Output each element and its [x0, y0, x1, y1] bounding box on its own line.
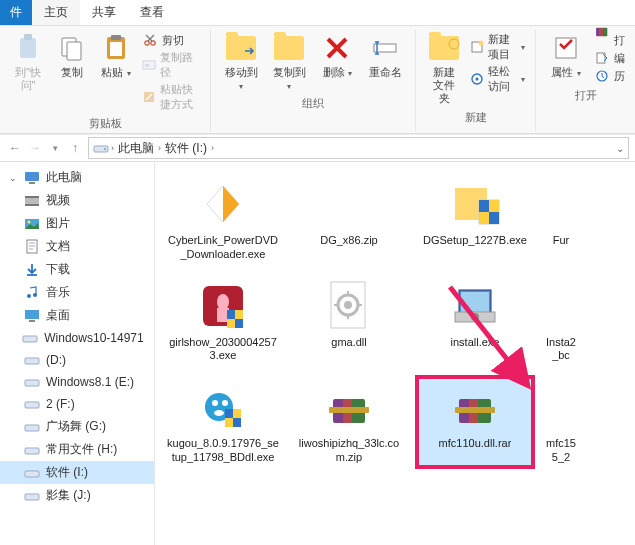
copy-path-button[interactable]: w 复制路径 — [142, 50, 200, 80]
file-name: gma.dll — [331, 336, 366, 350]
file-item[interactable]: Fur — [541, 172, 581, 266]
cut-icon — [551, 379, 571, 435]
file-item[interactable]: CyberLink_PowerDVD_Downloader.exe — [163, 172, 283, 266]
new-item-button[interactable]: 新建项目 ▾ — [470, 32, 525, 62]
recent-locations-button[interactable]: ▾ — [46, 139, 64, 157]
move-to-button[interactable]: 移动到 ▾ — [217, 30, 265, 94]
file-name: Fur — [553, 234, 570, 248]
file-item[interactable]: gma.dll — [289, 274, 409, 368]
svg-point-31 — [27, 294, 31, 298]
pc-icon — [24, 170, 40, 186]
svg-point-17 — [476, 78, 479, 81]
svg-point-29 — [28, 220, 31, 223]
file-item[interactable]: DG_x86.zip — [289, 172, 409, 266]
svg-rect-33 — [25, 310, 39, 319]
file-name: kugou_8.0.9.17976_setup_11798_BDdl.exe — [167, 437, 279, 465]
history-button[interactable]: 历 — [594, 68, 625, 84]
new-folder-button[interactable]: 新建 文件夹 — [422, 30, 466, 108]
nav-g[interactable]: 广场舞 (G:) — [0, 415, 154, 438]
svg-point-61 — [214, 410, 224, 416]
properties-button[interactable]: 属性 ▾ — [542, 30, 590, 81]
paste-icon — [100, 32, 132, 64]
pin-button[interactable]: 到"快问" — [6, 30, 50, 94]
breadcrumb[interactable]: › 此电脑 › 软件 (I:) › ⌄ — [88, 137, 629, 159]
nav-this-pc[interactable]: ⌄此电脑 — [0, 166, 154, 189]
tab-view[interactable]: 查看 — [128, 0, 176, 25]
svg-point-59 — [212, 400, 218, 406]
file-item[interactable]: kugou_8.0.9.17976_setup_11798_BDdl.exe — [163, 375, 283, 469]
svg-text:w: w — [144, 62, 150, 68]
drive-icon — [24, 374, 40, 390]
nav-h[interactable]: 常用文件 (H:) — [0, 438, 154, 461]
file-item[interactable]: mfc155_2 — [541, 375, 581, 469]
drive-icon — [24, 419, 40, 435]
drive-icon — [22, 330, 38, 346]
nav-j[interactable]: 影集 (J:) — [0, 484, 154, 507]
svg-rect-27 — [25, 204, 39, 206]
cut-icon — [551, 278, 571, 334]
svg-rect-42 — [25, 494, 39, 500]
paste-shortcut-button[interactable]: 粘贴快捷方式 — [142, 82, 200, 112]
nav-documents[interactable]: 文档 — [0, 235, 154, 258]
nav-desktop[interactable]: 桌面 — [0, 304, 154, 327]
paste-button[interactable]: 粘贴 ▾ — [94, 30, 138, 81]
dll-icon — [317, 278, 381, 334]
file-item[interactable]: mfc110u.dll.rar — [415, 375, 535, 469]
svg-rect-0 — [20, 38, 36, 58]
file-name: mfc110u.dll.rar — [439, 437, 512, 451]
svg-rect-34 — [29, 320, 35, 322]
svg-rect-39 — [25, 425, 39, 431]
nav-videos[interactable]: 视频 — [0, 189, 154, 212]
svg-point-8 — [151, 41, 155, 45]
nav-music[interactable]: 音乐 — [0, 281, 154, 304]
nav-f[interactable]: 2 (F:) — [0, 393, 154, 415]
file-item[interactable]: DGSetup_1227B.exe — [415, 172, 535, 266]
videos-icon — [24, 193, 40, 209]
svg-point-45 — [217, 294, 229, 310]
open-button[interactable]: 打 — [594, 32, 625, 48]
desktop-icon — [24, 308, 40, 324]
svg-point-57 — [471, 313, 479, 321]
svg-rect-40 — [25, 448, 39, 454]
back-button[interactable]: ← — [6, 139, 24, 157]
nav-win81[interactable]: Windows8.1 (E:) — [0, 371, 154, 393]
file-list: CyberLink_PowerDVD_Downloader.exeDG_x86.… — [155, 162, 635, 545]
copy-to-icon — [273, 32, 305, 64]
file-item[interactable]: liwoshipizhq_33lc.com.zip — [289, 375, 409, 469]
new-item-icon — [470, 39, 484, 55]
cut-button[interactable]: 剪切 — [142, 32, 200, 48]
file-name: girlshow_20300042573.exe — [167, 336, 279, 364]
delete-button[interactable]: 删除 ▾ — [313, 30, 361, 81]
nav-i[interactable]: 软件 (I:) — [0, 461, 154, 484]
svg-rect-36 — [25, 358, 39, 364]
nav-downloads[interactable]: 下载 — [0, 258, 154, 281]
copy-to-button[interactable]: 复制到 ▾ — [265, 30, 313, 94]
rar-icon — [443, 379, 507, 435]
file-item[interactable]: install.exe — [415, 274, 535, 368]
downloads-icon — [24, 262, 40, 278]
svg-rect-35 — [23, 336, 37, 342]
breadcrumb-dropdown[interactable]: ⌄ — [616, 143, 624, 154]
tab-home[interactable]: 主页 — [32, 0, 80, 25]
svg-point-49 — [344, 301, 352, 309]
nav-pictures[interactable]: 图片 — [0, 212, 154, 235]
svg-rect-1 — [24, 34, 32, 40]
forward-button[interactable]: → — [26, 139, 44, 157]
new-folder-icon — [428, 32, 460, 64]
rename-button[interactable]: 重命名 — [361, 30, 409, 81]
file-item[interactable]: girlshow_20300042573.exe — [163, 274, 283, 368]
nav-d[interactable]: (D:) — [0, 349, 154, 371]
up-button[interactable]: ↑ — [66, 139, 84, 157]
shortcut-icon — [142, 89, 156, 105]
copy-button[interactable]: 复制 — [50, 30, 94, 81]
tab-share[interactable]: 共享 — [80, 0, 128, 25]
file-item[interactable]: Insta2_bc — [541, 274, 581, 368]
tab-file[interactable]: 件 — [0, 0, 32, 25]
nav-win10[interactable]: Windows10-14971 (C:) — [0, 327, 154, 349]
file-name: liwoshipizhq_33lc.com.zip — [293, 437, 405, 465]
easy-access-button[interactable]: 轻松访问 ▾ — [470, 64, 525, 94]
drive-icon — [24, 465, 40, 481]
group-open: 属性 ▾ 打 编 历 打开 — [536, 30, 635, 131]
edit-button[interactable]: 编 — [594, 50, 625, 66]
rar-icon — [317, 379, 381, 435]
